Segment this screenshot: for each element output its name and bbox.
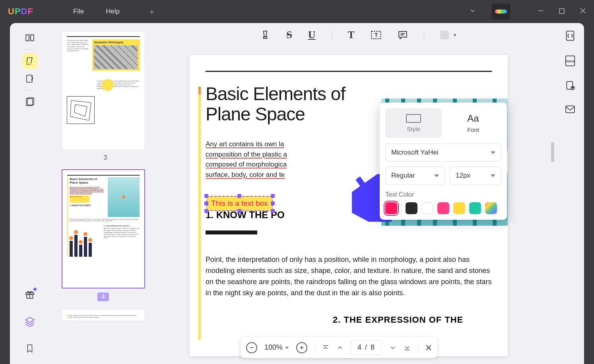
page-navigator: − 100% + 4 / 8	[241, 337, 437, 358]
prev-page-button[interactable]	[336, 344, 344, 351]
svg-rect-16	[264, 37, 267, 38]
gift-button[interactable]	[22, 287, 37, 302]
textbox-tool[interactable]: T	[371, 29, 382, 41]
svg-marker-15	[74, 105, 87, 116]
page-number-input[interactable]: 4 / 8	[351, 340, 382, 355]
comment-mode-button[interactable]	[22, 54, 37, 69]
svg-marker-14	[70, 101, 91, 120]
ai-button[interactable]	[491, 4, 511, 19]
textbox-selection[interactable]: This is a text box	[206, 196, 273, 211]
thumb4-title: Basic Elements of Plane Space	[70, 177, 106, 184]
svg-rect-6	[27, 63, 31, 64]
edit-mode-button[interactable]	[22, 71, 37, 86]
svg-rect-23	[406, 114, 421, 122]
maximize-button[interactable]	[559, 8, 565, 16]
text-color-label: Text Color	[385, 191, 501, 198]
font-tab[interactable]: Aa Font	[445, 108, 501, 138]
svg-line-22	[358, 178, 382, 212]
style-tab[interactable]: Style	[385, 108, 442, 138]
last-page-button[interactable]	[404, 344, 411, 351]
body-paragraph: Point, the interpretation of only has a …	[206, 254, 492, 299]
bookmark-button[interactable]	[22, 341, 37, 356]
heading-2: 2. THE EXPRESSION OF THE	[206, 315, 492, 325]
zoom-in-button[interactable]: +	[296, 342, 307, 353]
pdfa-button[interactable]: PDF/A	[564, 55, 576, 68]
svg-marker-24	[491, 151, 495, 154]
close-pager-button[interactable]	[425, 345, 432, 351]
font-family-select[interactable]: Microsoft YaHei	[385, 143, 501, 162]
reader-mode-button[interactable]	[22, 30, 37, 45]
svg-marker-13	[25, 317, 34, 322]
color-swatch-red[interactable]	[385, 202, 397, 214]
organize-mode-button[interactable]	[22, 95, 37, 110]
thumb3-title: Geometric Philosophy	[94, 41, 138, 44]
separator	[332, 30, 332, 40]
text-properties-popover: Style Aa Font Microsoft YaHei Regular 12…	[380, 103, 507, 220]
color-swatch-yellow[interactable]	[453, 202, 465, 214]
strikethrough-tool[interactable]: S	[286, 29, 292, 41]
menu-help[interactable]: Help	[106, 8, 120, 15]
protect-button[interactable]	[565, 80, 575, 93]
first-page-button[interactable]	[322, 344, 329, 351]
underline-tool[interactable]: U	[308, 29, 316, 41]
new-tab-button[interactable]: ＋	[148, 6, 156, 17]
color-swatch-pink[interactable]	[437, 202, 449, 214]
menu-file[interactable]: File	[73, 8, 84, 15]
minimize-button[interactable]	[538, 8, 544, 16]
intro-text: Any art contains its own la	[206, 140, 284, 148]
svg-rect-1	[559, 9, 564, 14]
svg-marker-27	[285, 347, 289, 349]
color-swatch-teal[interactable]	[469, 202, 481, 214]
sticky-note-tool[interactable]	[398, 30, 408, 40]
thumb4-number: 4	[97, 292, 109, 301]
share-button[interactable]	[565, 105, 575, 115]
font-size-select[interactable]: 12px	[450, 167, 501, 185]
separator	[26, 49, 34, 50]
app-logo: UPDF	[8, 6, 33, 17]
zoom-out-button[interactable]: −	[246, 342, 257, 353]
close-button[interactable]	[580, 8, 586, 16]
svg-marker-25	[434, 174, 439, 177]
svg-rect-38	[566, 106, 575, 112]
highlighter-tool[interactable]	[260, 29, 270, 41]
color-swatch-custom[interactable]	[485, 202, 497, 214]
svg-rect-7	[27, 75, 32, 82]
color-swatch-white[interactable]	[421, 202, 433, 214]
font-weight-select[interactable]: Regular	[385, 167, 445, 185]
zoom-level[interactable]: 100%	[264, 343, 289, 352]
separator	[424, 30, 424, 40]
next-page-button[interactable]	[389, 344, 396, 351]
svg-marker-26	[491, 174, 495, 177]
text-tool[interactable]: T	[348, 29, 355, 41]
svg-text:T: T	[375, 32, 378, 38]
thumbnail-page-4[interactable]: Basic Elements of Plane Space Any art co…	[62, 169, 145, 288]
separator	[26, 90, 34, 91]
scrollbar-thumb[interactable]	[551, 142, 554, 162]
thumbnail-page-5[interactable]: Dots have dominant and recessive feature…	[62, 309, 145, 321]
svg-text:PDF/A: PDF/A	[566, 60, 575, 63]
thumb3-number: 3	[62, 154, 149, 161]
page-title: Basic Elements of Plane Space	[206, 84, 365, 124]
divider-bar	[206, 230, 257, 234]
convert-button[interactable]	[565, 30, 576, 43]
shape-tool[interactable]: ▼	[440, 31, 457, 39]
color-swatch-black[interactable]	[406, 202, 417, 214]
layers-button[interactable]	[22, 314, 37, 329]
dropdown-icon[interactable]	[469, 7, 476, 16]
thumbnail-page-3[interactable]: The specific form of the image can be ex…	[62, 31, 145, 150]
